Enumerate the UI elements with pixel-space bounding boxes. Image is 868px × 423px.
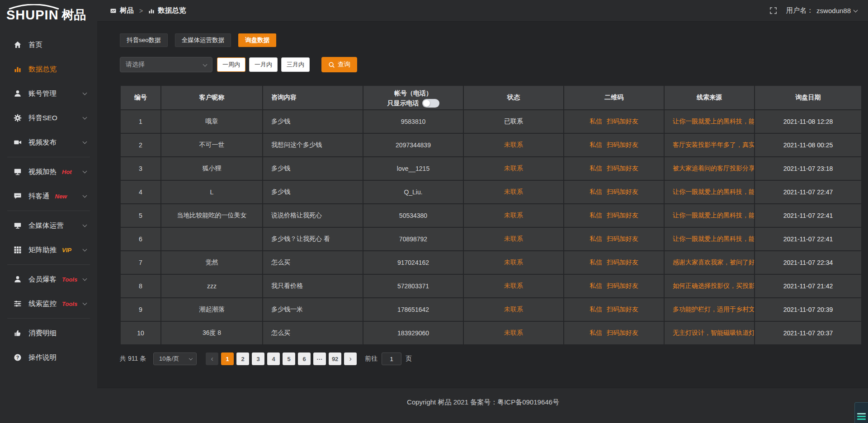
sidebar-item-video-heat[interactable]: 视频加热 Hot <box>0 160 97 184</box>
filter-select[interactable]: 请选择 <box>120 57 212 72</box>
sidebar-item-lead-monitor[interactable]: 线索监控 Tools <box>0 291 97 316</box>
row-number-cell: 6 <box>120 227 161 251</box>
tools-badge: Tools <box>62 301 77 307</box>
header-status: 状态 <box>463 85 564 110</box>
user-menu[interactable]: 用户名：zswodun88 <box>786 6 857 15</box>
sidebar-item-help[interactable]: ? 操作说明 <box>0 345 97 370</box>
phone-only-toggle[interactable] <box>422 99 439 108</box>
lead-source-link[interactable]: 让你一眼就爱上的黑科技，能... <box>664 180 755 204</box>
scan-add-friend-link[interactable]: 扫码加好友 <box>607 258 638 266</box>
help-circle-icon: ? <box>14 353 22 362</box>
scan-add-friend-link[interactable]: 扫码加好友 <box>607 188 638 195</box>
private-message-link[interactable]: 私信 <box>590 164 602 172</box>
jump-page-input[interactable] <box>382 352 401 365</box>
inquiry-date-cell: 2021-11-07 21:42 <box>755 274 862 298</box>
page-button-92[interactable]: 92 <box>329 352 341 365</box>
scan-add-friend-link[interactable]: 扫码加好友 <box>607 164 638 172</box>
sidebar-item-doukerton[interactable]: 抖客通 New <box>0 184 97 208</box>
lead-source-link[interactable]: 无主灯设计，智能磁吸轨道灯... <box>664 321 755 345</box>
sidebar-item-douyin-seo[interactable]: 抖音SEO <box>0 106 97 130</box>
expense-icon <box>14 329 22 337</box>
page-size-select[interactable]: 10条/页 <box>153 352 197 365</box>
lead-source-link[interactable]: 被大家追着问的客厅投影分享... <box>664 157 755 180</box>
private-message-link[interactable]: 私信 <box>590 141 602 148</box>
screen-icon <box>110 8 117 14</box>
widget-stripe <box>857 418 866 420</box>
customer-nickname-cell: 狐小狸 <box>161 157 263 180</box>
next-page-button[interactable]: › <box>344 352 357 365</box>
period-month-button[interactable]: 一月内 <box>249 57 278 72</box>
brand-cjk: 树品 <box>62 3 86 23</box>
lead-source-link[interactable]: 让你一眼就爱上的黑科技，能... <box>664 204 755 227</box>
private-message-link[interactable]: 私信 <box>590 282 602 289</box>
qr-cell: 私信 扫码加好友 <box>564 227 664 251</box>
scan-add-friend-link[interactable]: 扫码加好友 <box>607 282 638 289</box>
tv-icon <box>14 168 22 176</box>
page-button-3[interactable]: 3 <box>252 352 264 365</box>
scan-add-friend-link[interactable]: 扫码加好友 <box>607 306 638 313</box>
scan-add-friend-link[interactable]: 扫码加好友 <box>607 235 638 242</box>
header-no: 编号 <box>120 85 161 110</box>
scan-add-friend-link[interactable]: 扫码加好友 <box>607 329 638 336</box>
sidebar-item-expense-detail[interactable]: 消费明细 <box>0 321 97 345</box>
customer-nickname-cell: 哦章 <box>161 110 263 133</box>
sidebar-item-all-media-operation[interactable]: 全媒体运营 <box>0 213 97 238</box>
tab-inquiry-data[interactable]: 询盘数据 <box>238 33 276 47</box>
lead-source-link[interactable]: 客厅安装投影半年多了，真实... <box>664 133 755 157</box>
search-icon <box>328 61 335 68</box>
account-cell: 183929060 <box>363 321 463 345</box>
private-message-link[interactable]: 私信 <box>590 212 602 219</box>
qr-cell: 私信 扫码加好友 <box>564 298 664 321</box>
private-message-link[interactable]: 私信 <box>590 306 602 313</box>
query-button[interactable]: 查询 <box>321 57 357 72</box>
lead-source-link[interactable]: 感谢大家喜欢我家，被问了好... <box>664 251 755 274</box>
gear-icon <box>14 114 22 122</box>
lead-source-link[interactable]: 让你一眼就爱上的黑科技，能... <box>664 110 755 133</box>
tab-douyin-seo-data[interactable]: 抖音seo数据 <box>120 33 168 47</box>
page-button-5[interactable]: 5 <box>283 352 295 365</box>
fullscreen-icon[interactable] <box>769 7 777 14</box>
inquiry-date-cell: 2021-11-07 22:47 <box>755 180 862 204</box>
breadcrumb-home[interactable]: 树品 <box>120 6 134 15</box>
table-row: 6 多少钱？让我死心 看 70898792 未联系 私信 扫码加好友 让你一眼就… <box>120 227 862 251</box>
topbar: 树品 > 数据总览 用户名：zswodun88 <box>97 0 868 22</box>
sidebar-item-data-overview[interactable]: 数据总览 <box>0 57 97 81</box>
page-button-4[interactable]: 4 <box>267 352 280 365</box>
private-message-link[interactable]: 私信 <box>590 188 602 195</box>
period-week-button[interactable]: 一周内 <box>217 57 245 72</box>
lead-source-link[interactable]: 如何正确选择投影仪，买投影... <box>664 274 755 298</box>
private-message-link[interactable]: 私信 <box>590 258 602 266</box>
lead-source-link[interactable]: 让你一眼就爱上的黑科技，能... <box>664 227 755 251</box>
sidebar-item-matrix-boost[interactable]: 矩阵助推 VIP <box>0 238 97 262</box>
sidebar-item-account-management[interactable]: 账号管理 <box>0 81 97 106</box>
row-number-cell: 9 <box>120 298 161 321</box>
sidebar-item-member-traffic[interactable]: 会员爆客 Tools <box>0 267 97 291</box>
corner-widget[interactable] <box>854 402 868 423</box>
period-quarter-button[interactable]: 三月内 <box>281 57 310 72</box>
page-button-6[interactable]: 6 <box>298 352 311 365</box>
page-button-1[interactable]: 1 <box>221 352 234 365</box>
table-row: 7 觉然 怎么买 917024162 未联系 私信 扫码加好友 感谢大家喜欢我家… <box>120 251 862 274</box>
filter-select-placeholder: 请选择 <box>126 61 145 69</box>
private-message-link[interactable]: 私信 <box>590 235 602 242</box>
tab-all-media-data[interactable]: 全媒体运营数据 <box>175 33 231 47</box>
sidebar-divider <box>7 211 90 211</box>
prev-page-button[interactable]: ‹ <box>206 352 218 365</box>
home-icon <box>14 41 22 49</box>
scan-add-friend-link[interactable]: 扫码加好友 <box>607 212 638 219</box>
sidebar-item-video-publish[interactable]: 视频发布 <box>0 130 97 155</box>
lead-source-link[interactable]: 多功能护栏灯，适用于乡村文... <box>664 298 755 321</box>
inquiry-table: 编号 客户昵称 咨询内容 帐号（电话） 只显示电话 状态 二维码 线索来源 <box>120 85 862 345</box>
sidebar-item-home[interactable]: 首页 <box>0 33 97 57</box>
private-message-link[interactable]: 私信 <box>590 329 602 336</box>
widget-stripe <box>857 416 866 417</box>
inquiry-content-cell: 多少钱 <box>263 110 363 133</box>
scan-add-friend-link[interactable]: 扫码加好友 <box>607 118 638 125</box>
filter-bar: 请选择 一周内 一月内 三月内 查询 <box>120 57 862 72</box>
scan-add-friend-link[interactable]: 扫码加好友 <box>607 141 638 148</box>
inquiry-content-cell: 怎么买 <box>263 251 363 274</box>
page-button-2[interactable]: 2 <box>236 352 249 365</box>
private-message-link[interactable]: 私信 <box>590 118 602 125</box>
chevron-down-icon <box>854 8 858 12</box>
page-button-···[interactable]: ··· <box>313 352 326 365</box>
